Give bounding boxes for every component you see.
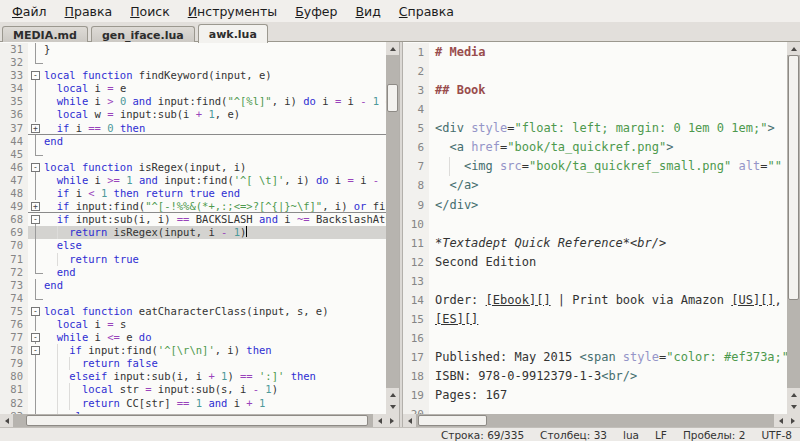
code-line[interactable]: 48 if i < 1 then return true end [0, 187, 386, 200]
menu-item-6[interactable]: Справка [390, 0, 463, 22]
code-editor-left[interactable]: 31}3233-local function findKeyword(input… [0, 42, 386, 414]
fold-margin[interactable] [28, 108, 44, 121]
fold-margin[interactable]: - [28, 305, 44, 318]
code-line[interactable]: 79 return false [0, 357, 386, 370]
code-line[interactable]: 32 [0, 56, 386, 69]
code-line[interactable]: 46-local function isRegex(input, i) [0, 161, 386, 174]
code-line[interactable]: 82 return CC[str] == 1 and i + 1 [0, 397, 386, 410]
scrollbar-thumb[interactable] [26, 415, 368, 426]
fold-collapse-icon[interactable]: - [31, 163, 40, 172]
fold-expand-icon[interactable]: + [31, 124, 40, 133]
code-line[interactable]: 14Order: [Ebook][] | Print book via Amaz… [403, 291, 787, 310]
code-line[interactable]: 71 return true [0, 253, 386, 266]
scroll-left-icon[interactable] [403, 414, 416, 427]
code-line[interactable]: 10 [403, 215, 787, 234]
code-line[interactable]: 2 [403, 62, 787, 81]
fold-margin[interactable] [28, 357, 44, 370]
scroll-down-icon[interactable] [787, 401, 800, 414]
code-line[interactable]: 74 [0, 292, 386, 305]
code-line[interactable]: 7 <img src="book/ta_quickref_small.png" … [403, 157, 787, 176]
scrollbar-thumb[interactable] [387, 84, 398, 112]
tab-2[interactable]: awk.lua [198, 24, 268, 43]
scroll-up-icon[interactable] [787, 388, 800, 401]
fold-margin[interactable] [28, 148, 44, 161]
fold-margin[interactable] [28, 174, 44, 187]
fold-collapse-icon[interactable]: - [31, 215, 40, 224]
code-line[interactable]: 76 local i = s [0, 318, 386, 331]
fold-margin[interactable] [28, 239, 44, 252]
code-line[interactable]: 72 end [0, 266, 386, 279]
code-line[interactable]: 31} [0, 43, 386, 56]
fold-margin[interactable]: - [28, 161, 44, 174]
scroll-left-icon[interactable] [0, 414, 13, 427]
scroll-left-icon[interactable] [373, 414, 386, 427]
menu-item-2[interactable]: Поиск [121, 0, 179, 22]
horizontal-scrollbar-right[interactable] [403, 414, 800, 427]
code-line[interactable]: 4 [403, 100, 787, 119]
code-line[interactable]: 45 [0, 148, 386, 161]
code-line[interactable]: 34 local i = e [0, 82, 386, 95]
code-line[interactable]: 36 local w = input:sub(i + 1, e) [0, 108, 386, 121]
code-line[interactable]: 78- if input:find('^[\r\n]', i) then [0, 344, 386, 357]
fold-margin[interactable]: + [28, 200, 44, 213]
menu-item-1[interactable]: Правка [56, 0, 122, 22]
code-line[interactable]: 12Second Edition [403, 253, 787, 272]
fold-collapse-icon[interactable]: - [31, 333, 40, 342]
scroll-down-icon[interactable] [386, 401, 399, 414]
menu-item-3[interactable]: Инструменты [179, 0, 286, 22]
code-line[interactable]: 70 else [0, 239, 386, 252]
fold-margin[interactable] [28, 82, 44, 95]
vertical-scrollbar-right[interactable] [787, 42, 800, 414]
fold-margin[interactable] [28, 187, 44, 200]
fold-margin[interactable] [28, 279, 44, 292]
fold-margin[interactable] [28, 135, 44, 148]
code-line[interactable]: 80 elseif input:sub(i, i + 1) == ':]' th… [0, 370, 386, 383]
code-line[interactable]: 75-local function eatCharacterClass(inpu… [0, 305, 386, 318]
menu-item-4[interactable]: Буфер [286, 0, 346, 22]
fold-margin[interactable] [28, 370, 44, 383]
code-line[interactable]: 68- if input:sub(i, i) == BACKSLASH and … [0, 213, 386, 226]
code-line[interactable]: 5<div style="float: left; margin: 0 1em … [403, 119, 787, 138]
fold-margin[interactable]: - [28, 331, 44, 344]
code-line[interactable]: 6 <a href="book/ta_quickref.png"> [403, 138, 787, 157]
vertical-scrollbar-left[interactable] [386, 42, 399, 414]
fold-collapse-icon[interactable]: - [31, 307, 40, 316]
fold-margin[interactable] [28, 383, 44, 396]
scroll-up-icon[interactable] [386, 388, 399, 401]
fold-expand-icon[interactable]: + [31, 202, 40, 211]
fold-margin[interactable] [28, 266, 44, 279]
fold-margin[interactable] [28, 56, 44, 69]
fold-collapse-icon[interactable]: - [31, 346, 40, 355]
code-line[interactable]: 35 while i > 0 and input:find("^[%l]", i… [0, 95, 386, 108]
fold-collapse-icon[interactable]: - [31, 71, 40, 80]
menu-item-0[interactable]: Файл [3, 0, 56, 22]
code-line[interactable]: 77- while i <= e do [0, 331, 386, 344]
fold-margin[interactable]: - [28, 344, 44, 357]
code-line[interactable]: 69 return isRegex(input, i - 1) [0, 226, 386, 239]
code-line[interactable]: 44end [0, 135, 386, 148]
scroll-right-icon[interactable] [386, 414, 399, 427]
menu-item-5[interactable]: Вид [347, 0, 390, 22]
code-editor-right[interactable]: 1# Media23## Book45<div style="float: le… [403, 42, 787, 414]
scroll-left-icon[interactable] [774, 414, 787, 427]
code-line[interactable]: 8 </a> [403, 176, 787, 195]
scroll-up-icon[interactable] [386, 42, 399, 55]
fold-margin[interactable] [28, 253, 44, 266]
fold-margin[interactable] [28, 397, 44, 410]
fold-margin[interactable]: - [28, 69, 44, 82]
code-line[interactable]: 37+ if i == 0 then [0, 122, 386, 135]
horizontal-scrollbar-left[interactable] [0, 414, 399, 427]
code-line[interactable]: 13 [403, 272, 787, 291]
code-line[interactable]: 9</div> [403, 196, 787, 215]
scrollbar-thumb[interactable] [788, 55, 799, 300]
code-line[interactable]: 15[ES][] [403, 310, 787, 329]
fold-margin[interactable] [28, 43, 44, 56]
code-line[interactable]: 1# Media [403, 43, 787, 62]
code-line[interactable]: 73end [0, 279, 386, 292]
code-line[interactable]: 81 local str = input:sub(s, i - 1) [0, 383, 386, 396]
fold-margin[interactable] [28, 226, 44, 239]
scrollbar-thumb[interactable] [418, 415, 487, 426]
code-line[interactable]: 20 [403, 405, 787, 414]
fold-margin[interactable] [28, 318, 44, 331]
code-line[interactable]: 17Published: May 2015 <span style="color… [403, 348, 787, 367]
